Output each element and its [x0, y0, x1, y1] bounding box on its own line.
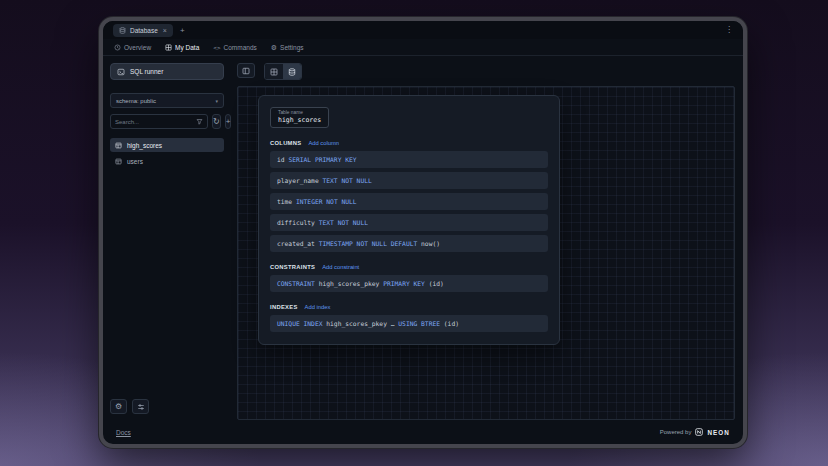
sliders-icon: [137, 403, 145, 411]
powered-by: Powered by NEON: [660, 428, 730, 436]
app-window: Database × + ⋮ Overview My Data <> Comma…: [99, 17, 747, 448]
sql-identifier: (id): [425, 280, 444, 287]
add-constraint-link[interactable]: Add constraint: [322, 264, 359, 270]
schema-code-row[interactable]: UNIQUE INDEX high_scores_pkey … USING BT…: [270, 315, 548, 332]
refresh-icon: ↻: [213, 118, 220, 126]
sql-keyword: UNIQUE INDEX: [277, 320, 323, 327]
tab-overview-label: Overview: [124, 44, 151, 51]
columns-header: COLUMNS Add column: [270, 140, 548, 146]
table-list: high_scores users: [110, 138, 224, 168]
table-name-field[interactable]: Table name high_scores: [270, 107, 329, 128]
tab-close-icon[interactable]: ×: [163, 27, 167, 34]
table-name-label: Table name: [278, 110, 321, 115]
schema-code-row[interactable]: id SERIAL PRIMARY KEY: [270, 151, 548, 168]
table-view-button[interactable]: [265, 64, 283, 79]
neon-logo-icon: [695, 428, 703, 436]
sql-identifier: difficulty: [277, 219, 319, 226]
tab-my-data[interactable]: My Data: [165, 44, 199, 51]
new-tab-button[interactable]: +: [180, 26, 185, 35]
sql-identifier: created_at: [277, 240, 319, 247]
tab-my-data-label: My Data: [175, 44, 199, 51]
tab-settings-label: Settings: [280, 44, 304, 51]
sidebar-bottom: ⚙: [110, 399, 224, 414]
database-icon: [119, 27, 126, 34]
schema-code-row[interactable]: time INTEGER NOT NULL: [270, 193, 548, 210]
table-grid-icon: [270, 68, 278, 76]
sql-identifier: high_scores_pkey …: [323, 320, 399, 327]
constraints-title: CONSTRAINTS: [270, 264, 315, 270]
plus-icon: +: [226, 118, 231, 126]
constraints-header: CONSTRAINTS Add constraint: [270, 264, 548, 270]
sql-identifier: time: [277, 198, 296, 205]
schema-code-row[interactable]: player_name TEXT NOT NULL: [270, 172, 548, 189]
table-schema-card: Table name high_scores COLUMNS Add colum…: [258, 95, 560, 345]
sql-keyword: USING BTREE: [398, 320, 440, 327]
schema-canvas[interactable]: Table name high_scores COLUMNS Add colum…: [237, 86, 735, 420]
preferences-button[interactable]: [132, 399, 149, 414]
indexes-title: INDEXES: [270, 304, 298, 310]
table-icon: [115, 142, 122, 149]
columns-rows: id SERIAL PRIMARY KEYplayer_name TEXT NO…: [270, 151, 548, 252]
schema-code-row[interactable]: created_at TIMESTAMP NOT NULL DEFAULT no…: [270, 235, 548, 252]
search-row: ↻ +: [110, 114, 224, 129]
table-icon: [115, 158, 122, 165]
view-toolbar: [237, 63, 735, 80]
gear-icon: ⚙: [115, 403, 122, 411]
table-grid-icon: [165, 44, 172, 51]
kebab-menu-icon[interactable]: ⋮: [725, 25, 733, 34]
content-area: SQL runner schema: public ▾ ↻ +: [103, 56, 743, 420]
settings-button[interactable]: ⚙: [110, 399, 127, 414]
indexes-rows: UNIQUE INDEX high_scores_pkey … USING BT…: [270, 315, 548, 332]
tab-strip: Database × + ⋮: [103, 21, 743, 39]
sql-keyword: TEXT NOT NULL: [319, 219, 368, 226]
panel-layout-icon: [242, 67, 250, 75]
sql-identifier: high_scores_pkey: [315, 280, 383, 287]
clock-icon: [114, 44, 121, 51]
docs-link[interactable]: Docs: [116, 429, 131, 436]
sql-keyword: SERIAL PRIMARY KEY: [288, 156, 356, 163]
schema-code-row[interactable]: difficulty TEXT NOT NULL: [270, 214, 548, 231]
sql-keyword: TEXT NOT NULL: [323, 177, 372, 184]
schema-select[interactable]: schema: public ▾: [110, 93, 224, 108]
sql-identifier: id: [277, 156, 288, 163]
view-mode-toggle: [264, 63, 302, 80]
table-item-high-scores[interactable]: high_scores: [110, 138, 224, 152]
filter-icon[interactable]: [196, 118, 203, 125]
tab-database[interactable]: Database ×: [113, 24, 173, 37]
chevron-down-icon: ▾: [215, 98, 218, 104]
tab-settings[interactable]: ⚙ Settings: [271, 44, 304, 51]
sql-identifier: player_name: [277, 177, 323, 184]
table-name-value: high_scores: [278, 116, 321, 124]
search-box[interactable]: [110, 114, 208, 129]
indexes-header: INDEXES Add index: [270, 304, 548, 310]
tab-commands[interactable]: <> Commands: [213, 44, 256, 51]
add-index-link[interactable]: Add index: [305, 304, 331, 310]
table-item-label: users: [127, 158, 143, 165]
refresh-button[interactable]: ↻: [212, 114, 221, 129]
search-input[interactable]: [115, 119, 193, 125]
panel-layout-button[interactable]: [237, 63, 255, 78]
sidebar: SQL runner schema: public ▾ ↻ +: [103, 56, 231, 420]
nav-bar: Overview My Data <> Commands ⚙ Settings: [103, 39, 743, 56]
code-icon: <>: [213, 44, 220, 51]
powered-by-label: Powered by: [660, 429, 692, 435]
schema-code-row[interactable]: CONSTRAINT high_scores_pkey PRIMARY KEY …: [270, 275, 548, 292]
gear-icon: ⚙: [271, 44, 277, 51]
footer: Docs Powered by NEON: [103, 420, 743, 444]
neon-wordmark: NEON: [707, 429, 730, 436]
sql-runner-button[interactable]: SQL runner: [110, 63, 224, 80]
sql-identifier: (id): [440, 320, 459, 327]
terminal-icon: [117, 68, 125, 76]
table-item-label: high_scores: [127, 142, 162, 149]
tab-title: Database: [130, 27, 158, 34]
main-panel: Table name high_scores COLUMNS Add colum…: [231, 56, 743, 420]
sql-runner-label: SQL runner: [130, 68, 163, 75]
tab-overview[interactable]: Overview: [114, 44, 151, 51]
sql-keyword: TIMESTAMP NOT NULL DEFAULT: [319, 240, 418, 247]
schema-select-value: schema: public: [116, 98, 156, 104]
add-column-link[interactable]: Add column: [308, 140, 339, 146]
sql-keyword: INTEGER NOT NULL: [296, 198, 357, 205]
schema-view-button[interactable]: [283, 64, 301, 79]
table-item-users[interactable]: users: [110, 154, 224, 168]
constraints-rows: CONSTRAINT high_scores_pkey PRIMARY KEY …: [270, 275, 548, 292]
